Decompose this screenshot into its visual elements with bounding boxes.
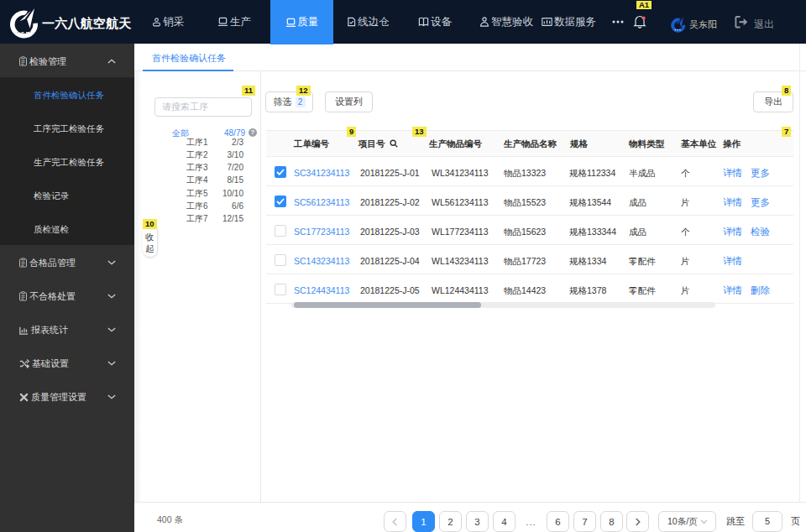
svg-text:?: ? xyxy=(251,128,255,136)
